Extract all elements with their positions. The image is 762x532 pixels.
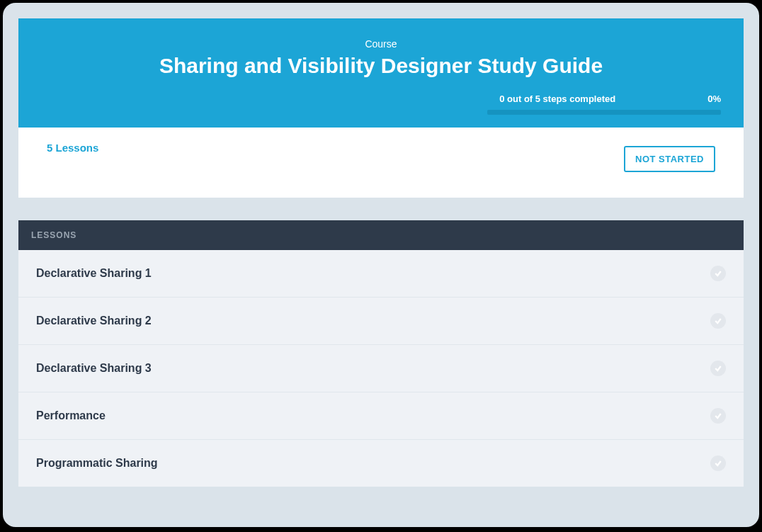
progress-bar-container bbox=[40, 104, 722, 115]
lesson-title: Declarative Sharing 3 bbox=[36, 362, 152, 375]
summary-row: 5 Lessons NOT STARTED bbox=[18, 128, 744, 198]
check-circle-icon bbox=[710, 266, 726, 281]
lesson-row[interactable]: Declarative Sharing 3 bbox=[18, 345, 744, 392]
check-circle-icon bbox=[710, 361, 726, 376]
progress-row: 0 out of 5 steps completed 0% bbox=[40, 94, 722, 104]
lessons-section: LESSONS Declarative Sharing 1 Declarativ… bbox=[18, 220, 744, 487]
lessons-count: 5 Lessons bbox=[47, 142, 98, 154]
status-badge: NOT STARTED bbox=[624, 146, 715, 172]
page-wrapper: Course Sharing and Visibility Designer S… bbox=[3, 3, 759, 527]
progress-percent: 0% bbox=[707, 94, 721, 104]
lesson-row[interactable]: Performance bbox=[18, 392, 744, 440]
progress-bar bbox=[487, 110, 721, 115]
check-circle-icon bbox=[710, 455, 726, 471]
check-circle-icon bbox=[710, 408, 726, 424]
lesson-row[interactable]: Declarative Sharing 1 bbox=[18, 250, 744, 298]
lesson-title: Programmatic Sharing bbox=[36, 457, 158, 470]
course-header: Course Sharing and Visibility Designer S… bbox=[18, 18, 744, 128]
progress-text: 0 out of 5 steps completed bbox=[499, 94, 615, 104]
lesson-row[interactable]: Declarative Sharing 2 bbox=[18, 298, 744, 345]
lesson-title: Declarative Sharing 1 bbox=[36, 267, 152, 280]
course-title: Sharing and Visibility Designer Study Gu… bbox=[40, 54, 722, 78]
course-card: Course Sharing and Visibility Designer S… bbox=[18, 18, 744, 487]
lessons-header: LESSONS bbox=[18, 220, 744, 250]
lesson-title: Performance bbox=[36, 409, 106, 422]
lesson-row[interactable]: Programmatic Sharing bbox=[18, 440, 744, 487]
course-label: Course bbox=[40, 38, 722, 50]
check-circle-icon bbox=[710, 313, 726, 329]
lesson-title: Declarative Sharing 2 bbox=[36, 315, 152, 327]
